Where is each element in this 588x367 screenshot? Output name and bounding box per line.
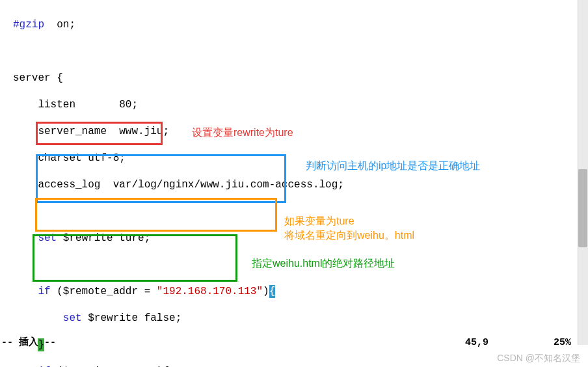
keyword: if xyxy=(13,286,51,297)
annotation-green: 指定weihu.html的绝对路径地址 xyxy=(252,257,395,270)
watermark: CSDN @不知名汉堡 xyxy=(497,353,580,364)
code-line: if ($rewrite = ture){ xyxy=(13,365,588,367)
code-line: #gzip on; xyxy=(13,18,588,31)
code-editor[interactable]: #gzip on; server { listen 80; server_nam… xyxy=(0,0,588,367)
code-line: listen 80; xyxy=(13,98,588,111)
vim-mode: -- 插入 -- xyxy=(1,336,56,349)
cursor-position: 45,9 xyxy=(465,336,488,349)
keyword: #gzip xyxy=(13,19,44,31)
code-line: access_log var/log/nginx/www.jiu.com-acc… xyxy=(13,178,588,191)
code-line xyxy=(13,45,588,58)
string-literal: "192.168.170.113" xyxy=(157,286,263,297)
annotation-orange-1: 如果变量为ture xyxy=(284,215,354,228)
code-line: charset utf-8; xyxy=(13,152,588,165)
scroll-percent: 25% xyxy=(554,336,571,349)
annotation-blue: 判断访问主机的ip地址是否是正确地址 xyxy=(306,159,480,172)
code-line: set $rewrite false; xyxy=(13,312,588,325)
code-line: if ($remote_addr = "192.168.170.113"){ xyxy=(13,285,588,298)
scrollbar-track[interactable] xyxy=(578,0,588,345)
cursor-bracket: { xyxy=(269,285,276,298)
keyword: set xyxy=(13,312,82,324)
annotation-red: 设置变量rewrite为ture xyxy=(192,126,293,139)
annotation-orange-2: 将域名重定向到weihu。html xyxy=(284,229,414,242)
scrollbar-thumb[interactable] xyxy=(578,169,587,247)
keyword: set xyxy=(13,232,57,244)
code-line: server_name www.jiu; xyxy=(13,125,588,138)
vim-status-bar: -- 插入 -- 45,9 25% xyxy=(1,336,576,350)
code-line: server { xyxy=(13,72,588,85)
